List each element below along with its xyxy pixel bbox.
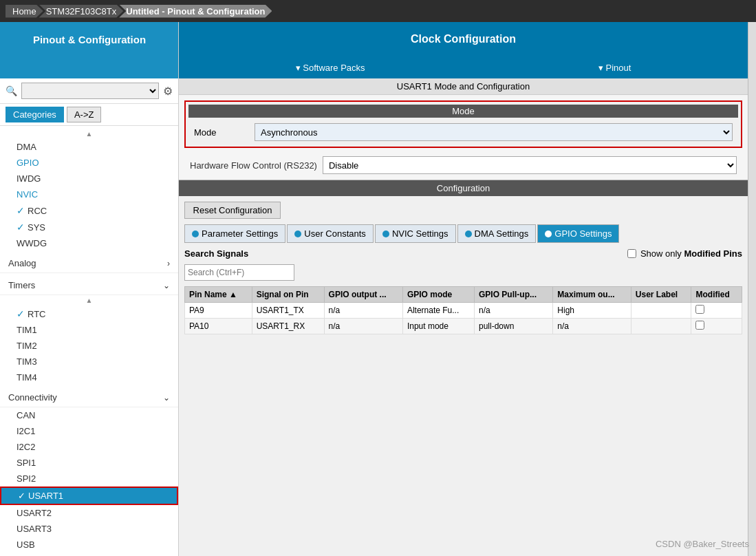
reset-configuration-button[interactable]: Reset Configuration [184,202,281,219]
watermark: CSDN @Baker_Streets [656,539,749,549]
tab-dot [465,231,472,237]
config-section: Configuration Reset Configuration Parame… [179,180,748,556]
top-header: Clock Configuration [179,22,748,56]
config-title: Configuration [179,180,748,196]
sidebar-header: Pinout & Configuration [0,22,179,56]
sidebar-item-usb[interactable]: USB [0,537,178,553]
tab-categories[interactable]: Categories [6,107,64,122]
section-timers-header[interactable]: Timers ⌄ [0,276,178,295]
search-signals-row: Search Signals Show only Modified Pins [184,248,742,259]
usart-title: USART1 Mode and Configuration [179,78,748,95]
right-area: Clock Configuration ▾ Software Packs ▾ P… [179,22,748,556]
sidebar-item-i2c2[interactable]: I2C2 [0,439,178,455]
search-input-row [184,264,742,281]
section-system: DMA GPIO IWDG NVIC ✓ RCC ✓ SYS WWDG [0,139,178,251]
signals-search-input[interactable] [184,264,294,281]
hw-flow-select[interactable]: Disable CTS Only RTS Only CTS/RTS [323,156,737,174]
cell-user-label [631,303,691,319]
cell-pin-name: PA10 [185,319,252,334]
modified-checkbox[interactable] [695,321,704,330]
category-tabs: Categories A->Z [0,104,178,126]
right-scrollbar[interactable] [748,22,756,556]
col-max-output[interactable]: Maximum ou... [553,287,631,303]
tab-dot [545,231,552,237]
tab-user-constants[interactable]: User Constants [287,224,374,243]
modified-checkbox[interactable] [695,305,704,314]
tab-dma-settings[interactable]: DMA Settings [457,224,537,243]
cell-max-output: High [553,303,631,319]
cell-modified [691,319,742,334]
sidebar-item-dma[interactable]: DMA [0,139,178,155]
sidebar-item-sys[interactable]: ✓ SYS [0,219,178,235]
mode-select[interactable]: Asynchronous Synchronous Single Wire IrD… [255,123,733,141]
sidebar-item-iwdg[interactable]: IWDG [0,171,178,186]
sidebar-item-rcc[interactable]: ✓ RCC [0,202,178,219]
cell-gpio-mode: Alternate Fu... [402,303,474,319]
sidebar-item-nvic[interactable]: NVIC [0,186,178,202]
col-signal[interactable]: Signal on Pin [252,287,324,303]
col-gpio-pullup[interactable]: GPIO Pull-up... [475,287,553,303]
mode-section-title: Mode [188,105,738,118]
breadcrumb-chip[interactable]: STM32F103C8Tx [39,5,124,18]
col-pin-name[interactable]: Pin Name ▲ [185,287,252,303]
show-modified-row: Show only Modified Pins [627,248,742,259]
cell-gpio-mode: Input mode [402,319,474,334]
cell-signal: USART1_TX [252,303,324,319]
sidebar-item-gpio[interactable]: GPIO [0,155,178,171]
sidebar-item-usart3[interactable]: USART3 [0,521,178,537]
col-user-label[interactable]: User Label [631,287,691,303]
sidebar-tree: ▲ DMA GPIO IWDG NVIC ✓ RCC ✓ SYS WWDG An… [0,126,178,556]
scroll-mid-arrow[interactable]: ▲ [0,295,178,306]
tab-dot [382,231,389,237]
signals-table: Pin Name ▲ Signal on Pin GPIO output ...… [184,286,742,334]
sidebar-item-spi2[interactable]: SPI2 [0,471,178,486]
cell-gpio-pullup: n/a [475,303,553,319]
tab-nvic-settings[interactable]: NVIC Settings [375,224,456,243]
breadcrumb: Home STM32F103C8Tx Untitled - Pinout & C… [0,0,756,22]
sidebar-item-spi1[interactable]: SPI1 [0,455,178,471]
cell-modified [691,303,742,319]
cell-user-label [631,319,691,334]
cell-pin-name: PA9 [185,303,252,319]
cell-gpio-output: n/a [324,319,402,334]
sidebar-item-usart1[interactable]: ✓ USART1 [0,486,178,505]
col-gpio-output[interactable]: GPIO output ... [324,287,402,303]
sidebar-item-can[interactable]: CAN [0,407,178,423]
col-modified[interactable]: Modified [691,287,742,303]
config-body: Reset Configuration Parameter Settings U… [179,196,748,556]
sidebar-item-tim4[interactable]: TIM4 [0,370,178,385]
sidebar-item-tim3[interactable]: TIM3 [0,354,178,370]
sidebar-item-usart2[interactable]: USART2 [0,505,178,521]
tab-dot [192,231,199,237]
search-bar: 🔍 ⚙ [0,78,178,104]
reset-btn-row: Reset Configuration [184,202,742,219]
config-tabs: Parameter Settings User Constants NVIC S… [184,224,742,243]
mode-section: Mode Mode Asynchronous Synchronous Singl… [184,100,742,148]
breadcrumb-home[interactable]: Home [6,5,43,18]
hw-flow-row: Hardware Flow Control (RS232) Disable CT… [179,153,748,180]
sidebar-item-i2c1[interactable]: I2C1 [0,423,178,439]
scroll-up-arrow[interactable]: ▲ [0,129,178,139]
sidebar-item-tim2[interactable]: TIM2 [0,338,178,354]
sidebar-item-tim1[interactable]: TIM1 [0,322,178,338]
tab-gpio-settings[interactable]: GPIO Settings [537,224,619,243]
col-gpio-mode[interactable]: GPIO mode [402,287,474,303]
show-modified-checkbox[interactable] [627,249,636,258]
sidebar-item-wwdg[interactable]: WWDG [0,235,178,251]
table-row: PA10 USART1_RX n/a Input mode pull-down … [185,319,742,334]
tab-az[interactable]: A->Z [67,107,102,122]
clock-config-header: Clock Configuration [179,22,748,56]
breadcrumb-current[interactable]: Untitled - Pinout & Configuration [119,5,272,18]
usart-panel: USART1 Mode and Configuration Mode Mode … [179,78,748,180]
section-analog: Analog › [0,254,178,273]
section-connectivity-header[interactable]: Connectivity ⌄ [0,388,178,407]
mode-row: Mode Asynchronous Synchronous Single Wir… [188,120,738,144]
sidebar: Pinout & Configuration 🔍 ⚙ Categories A-… [0,22,179,556]
gear-icon[interactable]: ⚙ [163,85,173,98]
sidebar-item-rtc[interactable]: ✓ RTC [0,306,178,322]
search-select[interactable] [21,83,159,99]
section-analog-header[interactable]: Analog › [0,254,178,273]
tab-parameter-settings[interactable]: Parameter Settings [184,224,285,243]
table-row: PA9 USART1_TX n/a Alternate Fu... n/a Hi… [185,303,742,319]
cell-gpio-output: n/a [324,303,402,319]
